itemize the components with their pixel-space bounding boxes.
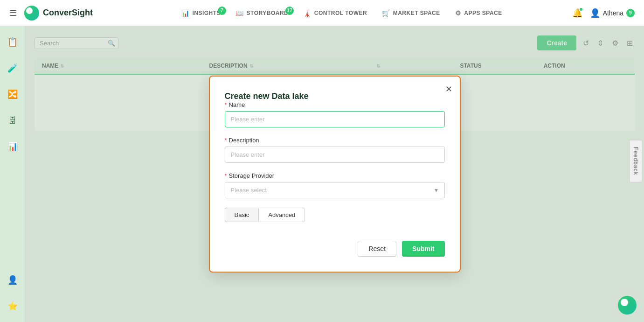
logo: ConverSight <box>24 6 93 21</box>
nav-items: 📊 INSIGHTS 7 📖 STORYBOARD 17 🗼 CONTROL T… <box>111 7 572 20</box>
insights-badge: 7 <box>218 7 226 15</box>
sidebar-item-star[interactable]: ⭐ <box>4 298 21 315</box>
user-icon: 👤 <box>590 8 600 18</box>
name-input[interactable] <box>225 111 445 127</box>
sidebar-item-3[interactable]: 🔀 <box>4 86 21 103</box>
modal-title: Create new Data lake <box>225 91 309 101</box>
market-space-icon: 🛒 <box>382 9 390 17</box>
storage-required-marker: * <box>225 172 227 179</box>
storage-provider-label: * Storage Provider <box>225 172 445 179</box>
insights-icon: 📊 <box>181 9 190 17</box>
sidebar: 📋 🧪 🔀 🗄 📊 👤 ⭐ <box>0 26 25 322</box>
apps-space-icon: ⚙ <box>455 9 462 17</box>
logo-text: ConverSight <box>43 8 93 18</box>
control-tower-label: CONTROL TOWER <box>314 10 367 16</box>
tab-group: Basic Advanced <box>225 208 445 222</box>
logo-icon <box>24 6 39 21</box>
hamburger-menu[interactable]: ☰ <box>9 8 17 18</box>
storyboard-label: STORYBOARD <box>247 10 289 16</box>
sidebar-bottom: 👤 ⭐ <box>4 272 21 315</box>
main-layout: 📋 🧪 🔀 🗄 📊 👤 ⭐ 🔍 Create ↺ ⇕ ⚙ ⊞ <box>0 26 644 322</box>
sidebar-item-2[interactable]: 🧪 <box>4 60 21 77</box>
control-tower-icon: 🗼 <box>303 9 312 17</box>
description-form-group: * Description <box>225 137 445 163</box>
apps-space-label: APPS SPACE <box>464 10 502 16</box>
desc-required-marker: * <box>225 137 227 144</box>
storage-provider-select[interactable]: Please select <box>225 182 445 198</box>
name-label: * Name <box>225 101 445 108</box>
market-space-label: MARKET SPACE <box>393 10 440 16</box>
sidebar-item-1[interactable]: 📋 <box>4 34 21 50</box>
description-input[interactable] <box>225 147 445 163</box>
create-datalake-modal: Create new Data lake ✕ * Name * Descript… <box>209 76 461 273</box>
tab-advanced[interactable]: Advanced <box>258 208 305 222</box>
modal-overlay: Create new Data lake ✕ * Name * Descript… <box>25 26 644 322</box>
nav-item-market-space[interactable]: 🛒 MARKET SPACE <box>375 7 447 20</box>
top-navigation: ☰ ConverSight 📊 INSIGHTS 7 📖 STORYBOARD … <box>0 0 644 26</box>
notification-button[interactable]: 🔔 <box>572 8 582 18</box>
insights-label: INSIGHTS <box>192 10 221 16</box>
storage-provider-form-group: * Storage Provider Please select ▼ <box>225 172 445 198</box>
nav-right: 🔔 👤 Athena 9 <box>572 8 635 18</box>
sidebar-item-user[interactable]: 👤 <box>4 272 21 288</box>
notification-dot <box>579 7 583 12</box>
submit-button[interactable]: Submit <box>402 241 444 257</box>
nav-item-control-tower[interactable]: 🗼 CONTROL TOWER <box>297 7 374 20</box>
user-badge: 9 <box>626 9 635 17</box>
storage-provider-select-wrapper: Please select ▼ <box>225 182 445 198</box>
user-area[interactable]: 👤 Athena 9 <box>590 8 635 18</box>
tab-basic[interactable]: Basic <box>225 208 259 222</box>
reset-button[interactable]: Reset <box>358 241 396 257</box>
name-required-marker: * <box>225 101 227 108</box>
nav-item-storyboard[interactable]: 📖 STORYBOARD 17 <box>229 7 295 20</box>
sidebar-item-4[interactable]: 🗄 <box>4 112 21 129</box>
user-name: Athena <box>603 9 623 17</box>
nav-item-insights[interactable]: 📊 INSIGHTS 7 <box>175 7 227 20</box>
name-form-group: * Name <box>225 101 445 127</box>
storyboard-icon: 📖 <box>235 9 244 17</box>
feedback-tab[interactable]: Feedback <box>630 140 643 182</box>
bottom-logo[interactable] <box>618 296 637 315</box>
main-content: 🔍 Create ↺ ⇕ ⚙ ⊞ NAME ⇅ DESCRIPTION ⇅ <box>25 26 644 322</box>
sidebar-item-5[interactable]: 📊 <box>4 138 21 155</box>
modal-close-button[interactable]: ✕ <box>445 84 452 94</box>
nav-item-apps-space[interactable]: ⚙ APPS SPACE <box>449 7 509 20</box>
description-label: * Description <box>225 137 445 144</box>
modal-footer: Reset Submit <box>225 241 445 257</box>
storyboard-badge: 17 <box>285 7 294 15</box>
